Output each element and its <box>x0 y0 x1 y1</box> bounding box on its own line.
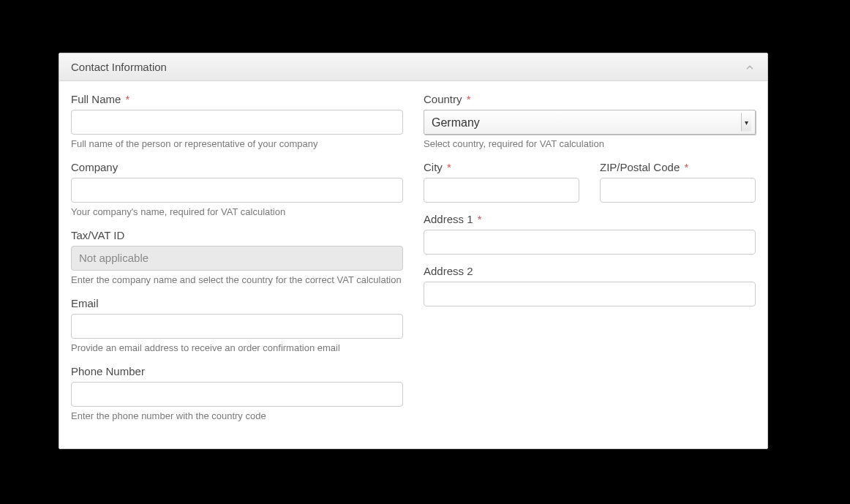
full-name-label-text: Full Name <box>71 93 121 105</box>
company-help: Your company's name, required for VAT ca… <box>71 206 403 219</box>
contact-info-panel: Contact Information Full Name * Full nam… <box>59 53 768 449</box>
address2-input[interactable] <box>424 282 756 306</box>
field-address1: Address 1 * <box>424 213 756 255</box>
zip-label-text: ZIP/Postal Code <box>600 161 680 173</box>
city-zip-row: City * ZIP/Postal Code * <box>424 161 756 213</box>
company-label: Company <box>71 161 403 173</box>
email-label: Email <box>71 297 403 309</box>
panel-body: Full Name * Full name of the person or r… <box>59 81 767 448</box>
field-company: Company Your company's name, required fo… <box>71 161 403 219</box>
required-marker: * <box>447 161 451 173</box>
right-column: Country * Germany ▾ Select country, requ… <box>424 93 756 432</box>
zip-input[interactable] <box>600 178 756 203</box>
left-column: Full Name * Full name of the person or r… <box>71 93 403 432</box>
full-name-help: Full name of the person or representativ… <box>71 138 403 151</box>
required-marker: * <box>478 213 482 225</box>
field-country: Country * Germany ▾ Select country, requ… <box>424 93 756 151</box>
country-select-wrap: Germany ▾ <box>424 110 756 135</box>
country-help: Select country, required for VAT calcula… <box>424 138 756 151</box>
field-email: Email Provide an email address to receiv… <box>71 297 403 355</box>
field-full-name: Full Name * Full name of the person or r… <box>71 93 403 151</box>
vat-help: Enter the company name and select the co… <box>71 274 403 287</box>
panel-header: Contact Information <box>59 53 767 81</box>
city-label-text: City <box>424 161 443 173</box>
phone-help: Enter the phone number with the country … <box>71 410 403 423</box>
vat-input <box>71 246 403 271</box>
full-name-label: Full Name * <box>71 93 403 105</box>
field-vat: Tax/VAT ID Enter the company name and se… <box>71 229 403 287</box>
address1-label: Address 1 * <box>424 213 756 225</box>
vat-label: Tax/VAT ID <box>71 229 403 241</box>
required-marker: * <box>684 161 688 173</box>
email-input[interactable] <box>71 314 403 339</box>
required-marker: * <box>467 93 471 105</box>
city-label: City * <box>424 161 579 173</box>
field-address2: Address 2 <box>424 265 756 306</box>
field-zip: ZIP/Postal Code * <box>600 161 756 203</box>
country-label-text: Country <box>424 93 462 105</box>
full-name-input[interactable] <box>71 110 403 135</box>
field-phone: Phone Number Enter the phone number with… <box>71 365 403 423</box>
panel-title: Contact Information <box>71 61 167 73</box>
address1-input[interactable] <box>424 230 756 255</box>
required-marker: * <box>126 93 130 105</box>
phone-input[interactable] <box>71 382 403 407</box>
phone-label: Phone Number <box>71 365 403 377</box>
company-input[interactable] <box>71 178 403 203</box>
zip-label: ZIP/Postal Code * <box>600 161 756 173</box>
field-city: City * <box>424 161 579 203</box>
email-help: Provide an email address to receive an o… <box>71 342 403 355</box>
address2-label: Address 2 <box>424 265 756 277</box>
country-select[interactable]: Germany <box>424 110 756 135</box>
country-label: Country * <box>424 93 756 105</box>
chevron-up-icon[interactable] <box>744 61 756 73</box>
city-input[interactable] <box>424 178 579 203</box>
address1-label-text: Address 1 <box>424 213 473 225</box>
